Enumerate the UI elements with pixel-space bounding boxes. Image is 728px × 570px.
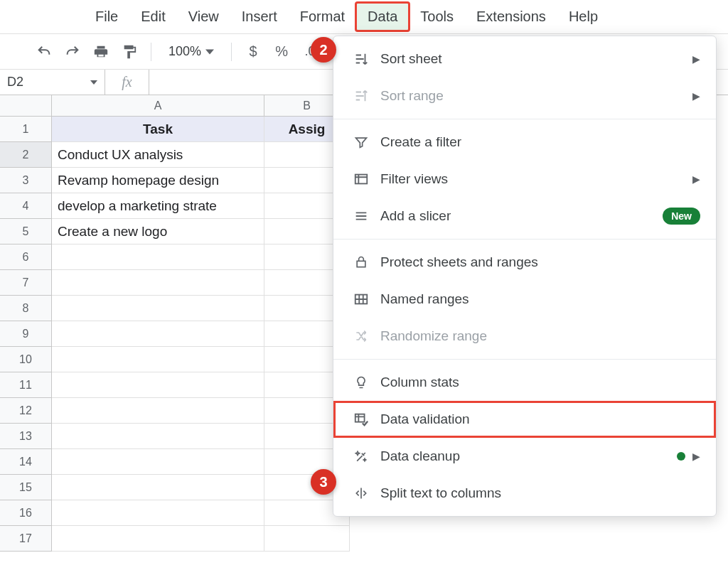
menu-item-label: Named ranges bbox=[373, 291, 700, 307]
menu-sort-sheet[interactable]: Sort sheet ▶ bbox=[333, 41, 716, 77]
menu-tools[interactable]: Tools bbox=[409, 3, 465, 31]
paint-format-button[interactable] bbox=[118, 41, 141, 63]
cell[interactable] bbox=[52, 475, 264, 500]
print-button[interactable] bbox=[90, 41, 112, 63]
currency-button[interactable]: $ bbox=[242, 41, 264, 63]
name-box[interactable]: D2 bbox=[0, 70, 105, 95]
menu-data-validation[interactable]: Data validation bbox=[333, 401, 716, 438]
row-header[interactable]: 17 bbox=[0, 526, 52, 552]
sort-range-icon bbox=[349, 88, 373, 104]
cell[interactable] bbox=[52, 296, 264, 321]
chevron-down-icon bbox=[90, 80, 97, 85]
menu-data-cleanup[interactable]: Data cleanup ▶ bbox=[333, 438, 716, 475]
cell[interactable] bbox=[52, 244, 264, 270]
menu-add-slicer[interactable]: Add a slicer New bbox=[333, 198, 716, 235]
cell[interactable] bbox=[52, 424, 264, 449]
cell[interactable] bbox=[52, 270, 264, 296]
cell[interactable] bbox=[52, 347, 264, 372]
menu-item-label: Create a filter bbox=[373, 134, 700, 150]
menu-separator bbox=[333, 239, 716, 240]
select-all-corner[interactable] bbox=[0, 95, 52, 117]
cell[interactable] bbox=[52, 398, 264, 424]
redo-button[interactable] bbox=[61, 41, 84, 63]
row-header[interactable]: 3 bbox=[0, 168, 52, 193]
new-badge: New bbox=[663, 208, 700, 225]
menu-insert[interactable]: Insert bbox=[230, 3, 289, 31]
row-header[interactable]: 9 bbox=[0, 321, 52, 347]
cell[interactable] bbox=[52, 372, 264, 398]
zoom-value: 100% bbox=[168, 44, 201, 59]
menu-named-ranges[interactable]: Named ranges bbox=[333, 281, 716, 318]
cell[interactable] bbox=[52, 526, 264, 552]
randomize-icon bbox=[349, 329, 373, 343]
lock-icon bbox=[349, 255, 373, 269]
row-header[interactable]: 7 bbox=[0, 270, 52, 296]
row-header[interactable]: 13 bbox=[0, 424, 52, 449]
green-dot-indicator bbox=[677, 452, 685, 461]
menu-item-label: Split text to columns bbox=[373, 485, 700, 501]
undo-button[interactable] bbox=[33, 41, 55, 63]
row-header[interactable]: 1 bbox=[0, 117, 52, 142]
zoom-dropdown[interactable]: 100% bbox=[161, 44, 221, 59]
chevron-down-icon bbox=[205, 48, 214, 56]
toolbar-separator bbox=[151, 43, 151, 61]
redo-icon bbox=[65, 44, 80, 60]
submenu-arrow-icon: ▶ bbox=[692, 53, 700, 65]
row-header[interactable]: 11 bbox=[0, 372, 52, 398]
header-cell-task[interactable]: Task bbox=[52, 117, 264, 142]
menu-data[interactable]: Data bbox=[356, 3, 409, 31]
percent-button[interactable]: % bbox=[270, 41, 293, 63]
menu-file[interactable]: File bbox=[84, 3, 129, 31]
menu-item-label: Protect sheets and ranges bbox=[373, 254, 700, 270]
menu-sort-range: Sort range ▶ bbox=[333, 77, 716, 114]
annotation-badge-3: 3 bbox=[311, 469, 336, 495]
menu-item-label: Data cleanup bbox=[373, 448, 677, 464]
menu-item-label: Randomize range bbox=[373, 328, 700, 344]
menu-format[interactable]: Format bbox=[289, 3, 356, 31]
menu-split-text[interactable]: Split text to columns bbox=[333, 475, 716, 512]
col-header-a[interactable]: A bbox=[52, 95, 264, 117]
filter-icon bbox=[349, 135, 373, 149]
cell[interactable]: Revamp homepage design bbox=[52, 168, 264, 193]
row-header[interactable]: 14 bbox=[0, 449, 52, 475]
row-header[interactable]: 16 bbox=[0, 500, 52, 526]
svg-rect-1 bbox=[357, 261, 365, 267]
menu-create-filter[interactable]: Create a filter bbox=[333, 124, 716, 161]
paint-format-icon bbox=[122, 44, 137, 60]
slicer-icon bbox=[349, 208, 373, 224]
cell[interactable]: Create a new logo bbox=[52, 219, 264, 244]
submenu-arrow-icon: ▶ bbox=[692, 90, 700, 102]
menu-column-stats[interactable]: Column stats bbox=[333, 364, 716, 401]
split-text-icon bbox=[349, 486, 373, 500]
row-header[interactable]: 15 bbox=[0, 475, 52, 500]
row-header[interactable]: 12 bbox=[0, 398, 52, 424]
undo-icon bbox=[36, 44, 52, 60]
cell[interactable] bbox=[52, 500, 264, 526]
row-header[interactable]: 2 bbox=[0, 142, 52, 168]
row-header[interactable]: 5 bbox=[0, 219, 52, 244]
cell[interactable]: Conduct UX analysis bbox=[52, 142, 264, 168]
menu-help[interactable]: Help bbox=[557, 3, 609, 31]
submenu-arrow-icon: ▶ bbox=[692, 451, 700, 462]
cell[interactable]: develop a marketing strate bbox=[52, 193, 264, 219]
menu-item-label: Filter views bbox=[373, 171, 692, 187]
row-header[interactable]: 6 bbox=[0, 244, 52, 270]
menu-protect-sheets[interactable]: Protect sheets and ranges bbox=[333, 244, 716, 281]
annotation-badge-2: 2 bbox=[311, 37, 336, 63]
menu-item-label: Data validation bbox=[373, 412, 700, 427]
row-header[interactable]: 8 bbox=[0, 296, 52, 321]
menu-separator bbox=[333, 359, 716, 360]
row-header[interactable]: 4 bbox=[0, 193, 52, 219]
menu-filter-views[interactable]: Filter views ▶ bbox=[333, 161, 716, 198]
cell[interactable] bbox=[52, 321, 264, 347]
cell[interactable] bbox=[264, 526, 350, 552]
data-validation-icon bbox=[349, 412, 373, 427]
menu-extensions[interactable]: Extensions bbox=[465, 3, 557, 31]
menu-randomize-range: Randomize range bbox=[333, 318, 716, 355]
row-header[interactable]: 10 bbox=[0, 347, 52, 372]
menu-edit[interactable]: Edit bbox=[129, 3, 176, 31]
menu-view[interactable]: View bbox=[177, 3, 230, 31]
data-menu-dropdown: Sort sheet ▶ Sort range ▶ Create a filte… bbox=[333, 36, 717, 517]
cell[interactable] bbox=[52, 449, 264, 475]
print-icon bbox=[93, 44, 109, 60]
